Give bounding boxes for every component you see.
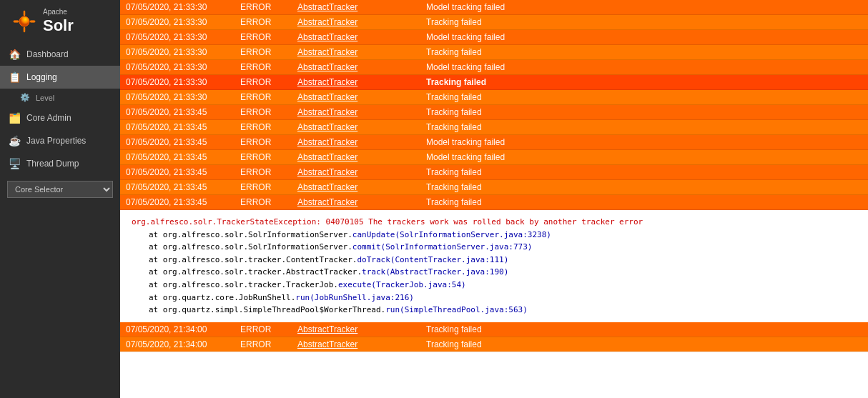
log-message: Model tracking failed	[420, 150, 868, 165]
stack-frame: at org.alfresco.solr.SolrInformationServ…	[132, 241, 857, 254]
log-logger: AbstractTracker	[292, 180, 420, 195]
svg-line-7	[14, 20, 18, 24]
log-message: Model tracking failed	[420, 0, 868, 15]
log-level: ERROR	[235, 45, 292, 60]
log-row[interactable]: 07/05/2020, 21:33:45 ERROR AbstractTrack…	[120, 195, 868, 210]
log-rows-after: 07/05/2020, 21:34:00 ERROR AbstractTrack…	[120, 322, 868, 352]
solr-label: Solr	[43, 16, 74, 35]
dashboard-icon: 🏠	[9, 49, 21, 60]
log-timestamp: 07/05/2020, 21:33:30	[120, 75, 235, 90]
log-level: ERROR	[235, 120, 292, 135]
log-timestamp: 07/05/2020, 21:33:30	[120, 0, 235, 15]
log-timestamp: 07/05/2020, 21:33:45	[120, 180, 235, 195]
log-timestamp: 07/05/2020, 21:33:45	[120, 120, 235, 135]
log-row[interactable]: 07/05/2020, 21:33:30 ERROR AbstractTrack…	[120, 30, 868, 45]
log-row[interactable]: 07/05/2020, 21:34:00 ERROR AbstractTrack…	[120, 322, 868, 337]
log-timestamp: 07/05/2020, 21:33:30	[120, 45, 235, 60]
logging-label: Logging	[26, 72, 57, 82]
log-logger: AbstractTracker	[292, 0, 420, 15]
log-logger: AbstractTracker	[292, 150, 420, 165]
log-logger: AbstractTracker	[292, 120, 420, 135]
log-message: Model tracking failed	[420, 135, 868, 150]
log-timestamp: 07/05/2020, 21:33:45	[120, 150, 235, 165]
log-timestamp: 07/05/2020, 21:34:00	[120, 337, 235, 352]
log-container[interactable]: 07/05/2020, 21:33:30 ERROR AbstractTrack…	[120, 0, 868, 398]
log-level: ERROR	[235, 165, 292, 180]
log-logger: AbstractTracker	[292, 165, 420, 180]
sidebar-item-java-properties[interactable]: ☕ Java Properties	[0, 129, 120, 152]
log-logger: AbstractTracker	[292, 105, 420, 120]
log-row[interactable]: 07/05/2020, 21:33:45 ERROR AbstractTrack…	[120, 120, 868, 135]
stack-frame: at org.alfresco.solr.SolrInformationServ…	[132, 229, 857, 242]
log-level: ERROR	[235, 90, 292, 105]
log-level: ERROR	[235, 195, 292, 210]
log-timestamp: 07/05/2020, 21:33:30	[120, 60, 235, 75]
log-logger: AbstractTracker	[292, 90, 420, 105]
log-message: Tracking failed	[420, 45, 868, 60]
log-row[interactable]: 07/05/2020, 21:33:45 ERROR AbstractTrack…	[120, 105, 868, 120]
exception-line: org.alfresco.solr.TrackerStateException:…	[132, 216, 857, 229]
log-message: Tracking failed	[420, 195, 868, 210]
log-level: ERROR	[235, 0, 292, 15]
log-message: Tracking failed	[420, 105, 868, 120]
sidebar-item-core-admin[interactable]: 🗂️ Core Admin	[0, 106, 120, 129]
apache-label: Apache	[43, 8, 74, 16]
log-row[interactable]: 07/05/2020, 21:34:00 ERROR AbstractTrack…	[120, 337, 868, 352]
stack-frame: at org.quartz.core.JobRunShell.run(JobRu…	[132, 292, 857, 304]
log-row[interactable]: 07/05/2020, 21:33:45 ERROR AbstractTrack…	[120, 180, 868, 195]
log-message: Tracking failed	[420, 165, 868, 180]
log-timestamp: 07/05/2020, 21:33:45	[120, 135, 235, 150]
log-message: Tracking failed	[420, 322, 868, 337]
log-message: Model tracking failed	[420, 60, 868, 75]
stack-frame: at org.quartz.simpl.SimpleThreadPool$Wor…	[132, 304, 857, 317]
log-timestamp: 07/05/2020, 21:33:45	[120, 105, 235, 120]
core-admin-label: Core Admin	[26, 113, 71, 123]
stack-frame: at org.alfresco.solr.tracker.TrackerJob.…	[132, 279, 857, 292]
log-message: Tracking failed	[420, 15, 868, 30]
log-message: Tracking failed	[420, 337, 868, 352]
log-level: ERROR	[235, 75, 292, 90]
log-logger: AbstractTracker	[292, 60, 420, 75]
java-properties-label: Java Properties	[26, 136, 86, 146]
core-selector-dropdown[interactable]: Core Selector	[7, 181, 113, 198]
core-selector-wrapper: Core Selector	[0, 175, 120, 204]
log-logger: AbstractTracker	[292, 30, 420, 45]
log-level: ERROR	[235, 337, 292, 352]
log-row[interactable]: 07/05/2020, 21:33:45 ERROR AbstractTrack…	[120, 150, 868, 165]
log-level: ERROR	[235, 30, 292, 45]
log-logger: AbstractTracker	[292, 322, 420, 337]
sidebar-item-thread-dump[interactable]: 🖥️ Thread Dump	[0, 152, 120, 175]
log-row[interactable]: 07/05/2020, 21:33:30 ERROR AbstractTrack…	[120, 90, 868, 105]
sidebar-item-dashboard[interactable]: 🏠 Dashboard	[0, 43, 120, 66]
level-label: Level	[36, 94, 54, 102]
log-row[interactable]: 07/05/2020, 21:33:45 ERROR AbstractTrack…	[120, 135, 868, 150]
log-level: ERROR	[235, 60, 292, 75]
log-level: ERROR	[235, 15, 292, 30]
log-row[interactable]: 07/05/2020, 21:33:45 ERROR AbstractTrack…	[120, 165, 868, 180]
svg-line-3	[31, 20, 34, 24]
log-row[interactable]: 07/05/2020, 21:33:30 ERROR AbstractTrack…	[120, 0, 868, 15]
thread-dump-label: Thread Dump	[26, 159, 79, 169]
log-timestamp: 07/05/2020, 21:33:45	[120, 195, 235, 210]
log-timestamp: 07/05/2020, 21:33:30	[120, 30, 235, 45]
log-row[interactable]: 07/05/2020, 21:33:30 ERROR AbstractTrack…	[120, 60, 868, 75]
log-message: Tracking failed	[420, 120, 868, 135]
stack-frame: at org.alfresco.solr.tracker.ContentTrac…	[132, 254, 857, 267]
log-level: ERROR	[235, 105, 292, 120]
log-row[interactable]: 07/05/2020, 21:33:30 ERROR AbstractTrack…	[120, 45, 868, 60]
log-level: ERROR	[235, 135, 292, 150]
sidebar-item-logging[interactable]: 📋 Logging	[0, 66, 120, 89]
log-logger: AbstractTracker	[292, 15, 420, 30]
solr-logo-text: Apache Solr	[43, 8, 74, 35]
sidebar: Apache Solr 🏠 Dashboard 📋 Logging ⚙️ Lev…	[0, 0, 120, 398]
sidebar-item-level[interactable]: ⚙️ Level	[0, 89, 120, 106]
log-message: Model tracking failed	[420, 30, 868, 45]
log-logger: AbstractTracker	[292, 337, 420, 352]
log-timestamp: 07/05/2020, 21:33:30	[120, 90, 235, 105]
log-row[interactable]: 07/05/2020, 21:33:30 ERROR AbstractTrack…	[120, 75, 868, 90]
log-row[interactable]: 07/05/2020, 21:33:30 ERROR AbstractTrack…	[120, 15, 868, 30]
log-level: ERROR	[235, 180, 292, 195]
log-message: Tracking failed	[420, 75, 868, 90]
log-level: ERROR	[235, 322, 292, 337]
stack-frames: at org.alfresco.solr.SolrInformationServ…	[132, 229, 857, 317]
